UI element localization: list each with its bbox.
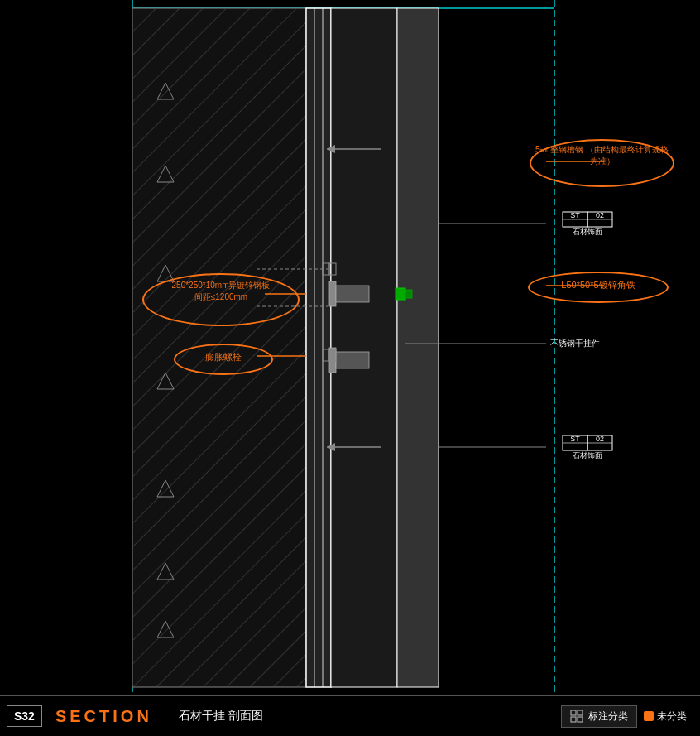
svg-rect-24 <box>329 348 336 373</box>
svg-rect-22 <box>396 288 405 300</box>
title-bar: S32 SECTION 石材干挂 剖面图 标注分类 未分类 <box>0 695 700 736</box>
annotation-text-bottom-left: 膨胀螺栓 <box>176 351 271 363</box>
title-bar-right: 标注分类 未分类 <box>561 705 700 728</box>
svg-rect-21 <box>336 286 369 302</box>
svg-rect-57 <box>578 710 583 715</box>
svg-rect-56 <box>571 710 576 715</box>
annotation-text-right-middle: L50*50*5镀锌角铁 <box>530 279 666 291</box>
cad-drawing: ST 02 石材饰面 ST 02 石材饰面 不锈钢干挂件 <box>0 0 700 695</box>
svg-rect-15 <box>306 8 331 687</box>
classify-button[interactable]: 标注分类 <box>561 705 637 728</box>
svg-text:石材饰面: 石材饰面 <box>573 451 602 459</box>
annotation-text-top-right: 5㎜ 整钢槽钢 （由结构最终计算规格为准） <box>532 144 672 167</box>
drawing-area: ST 02 石材饰面 ST 02 石材饰面 不锈钢干挂件 5㎜ 整钢槽钢 （由结… <box>0 0 700 695</box>
svg-text:ST: ST <box>570 435 580 443</box>
svg-rect-20 <box>329 281 336 306</box>
svg-rect-58 <box>571 717 576 722</box>
unclassified-tag: 未分类 <box>644 710 687 724</box>
svg-text:石材饰面: 石材饰面 <box>573 228 602 236</box>
annotation-text-left: 250*250*10mm异镀锌钢板间距≤1200mm <box>145 280 297 303</box>
svg-text:ST: ST <box>570 211 580 219</box>
svg-text:02: 02 <box>596 435 604 443</box>
svg-text:不锈钢干挂件: 不锈钢干挂件 <box>550 339 600 348</box>
section-title-label: SECTION <box>55 707 152 726</box>
svg-rect-25 <box>336 352 369 368</box>
classify-button-label: 标注分类 <box>588 710 628 724</box>
svg-rect-18 <box>331 8 397 687</box>
title-bar-left: S32 SECTION 石材干挂 剖面图 <box>0 705 561 727</box>
unclassified-label: 未分类 <box>657 710 687 724</box>
classify-icon <box>570 710 583 723</box>
svg-rect-23 <box>405 290 412 298</box>
svg-rect-19 <box>397 8 439 687</box>
svg-rect-59 <box>578 717 583 722</box>
section-subtitle: 石材干挂 剖面图 <box>179 709 263 724</box>
svg-text:02: 02 <box>596 211 604 219</box>
section-number: S32 <box>7 705 42 727</box>
orange-dot-icon <box>644 711 654 721</box>
